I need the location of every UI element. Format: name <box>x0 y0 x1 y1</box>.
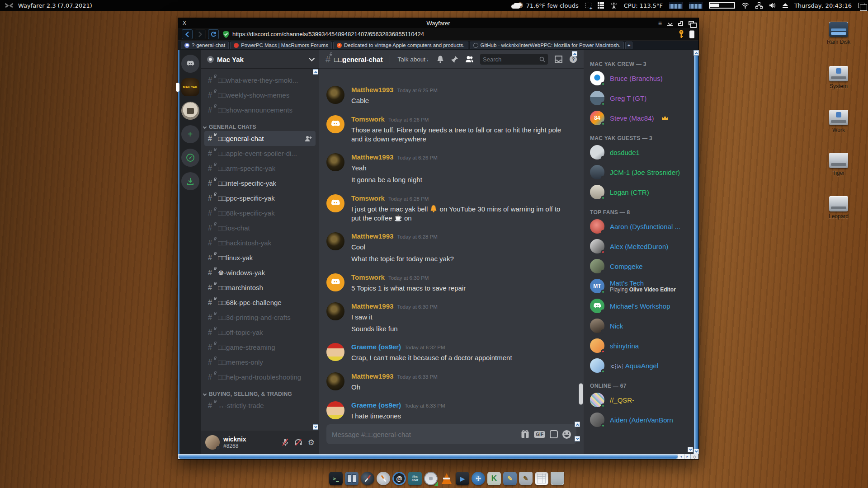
forward-button[interactable] <box>195 29 206 39</box>
avatar[interactable] <box>326 343 344 361</box>
file-manager-icon[interactable] <box>345 472 359 485</box>
scroll-down-arrow[interactable] <box>693 449 699 454</box>
gif-picker-button[interactable]: GIF <box>534 431 545 438</box>
category-general-chats[interactable]: GENERAL CHATS <box>203 124 316 130</box>
scroll-down-indicator[interactable] <box>575 436 580 441</box>
channel-item[interactable]: #□□ios-chat <box>204 221 316 235</box>
bookmark-flag-icon[interactable] <box>689 30 695 38</box>
screenshot-icon[interactable] <box>585 3 591 8</box>
avatar[interactable] <box>326 273 344 291</box>
kvirc-icon[interactable]: K <box>487 472 501 485</box>
refresh-button[interactable] <box>208 29 219 39</box>
workspace-switcher-icon[interactable] <box>858 3 864 8</box>
desktop-icon-ram-disk[interactable]: Ram Disk <box>820 22 858 45</box>
restore-icon[interactable] <box>678 21 683 26</box>
back-button[interactable] <box>182 29 193 39</box>
close-button[interactable]: X <box>178 20 191 26</box>
message-author[interactable]: Tomswork <box>351 273 385 281</box>
channel-item[interactable]: #□□weekly-show-memes <box>204 88 316 103</box>
avatar[interactable] <box>326 372 344 390</box>
navigator-browser-icon[interactable] <box>361 472 374 485</box>
terminal-icon[interactable]: >_ <box>329 472 343 485</box>
channel-item[interactable]: #☸-windows-yak <box>204 265 316 280</box>
new-tab-button[interactable]: + <box>625 42 632 49</box>
scroll-down-indicator[interactable] <box>688 447 693 452</box>
menubar-app-title[interactable]: Wayfarer 2.3 (7.07.2021) <box>18 2 92 9</box>
desktop-icon-work[interactable]: Work <box>820 110 858 133</box>
message[interactable]: Matthew1993Today at 6:26 PM Yeah It gonn… <box>326 153 576 185</box>
message[interactable]: TomsworkToday at 6:26 PM Those are tuff.… <box>326 115 576 144</box>
search-box[interactable] <box>480 54 548 65</box>
channel-item-general-chat[interactable]: #□□general-chat <box>204 131 316 146</box>
fan-utility-icon[interactable]: ✣ <box>472 472 485 485</box>
message[interactable]: TomsworkToday at 6:28 PM I just got the … <box>326 194 576 223</box>
member-row[interactable]: Aiden (AdenVanBorn <box>590 410 690 430</box>
avatar[interactable] <box>326 86 344 104</box>
address-field[interactable]: https://discord.com/channels/53993445489… <box>221 29 674 39</box>
notifications-bell-icon[interactable] <box>436 55 444 63</box>
scroll-right-arrow[interactable]: ▸ <box>684 454 690 459</box>
message-author[interactable]: Graeme (os9er) <box>351 343 401 351</box>
channel-item[interactable]: #□□hackintosh-yak <box>204 235 316 250</box>
message[interactable]: Graeme (os9er)Today at 6:33 PM I hate ti… <box>326 401 576 421</box>
message[interactable]: Graeme (os9er)Today at 6:32 PM Crap, I c… <box>326 343 576 362</box>
member-row[interactable]: MT Matt's Tech Playing Olive Video Edito… <box>590 276 690 296</box>
channel-item[interactable]: #□□game-streaming <box>204 340 316 355</box>
pinned-messages-icon[interactable] <box>451 56 458 63</box>
sticker-picker-icon[interactable] <box>550 430 558 438</box>
message[interactable]: Matthew1993Today at 6:25 PM Cable <box>326 86 576 105</box>
member-row[interactable]: CA AquaAngel <box>590 356 690 375</box>
channel-item[interactable]: #□□intel-specific-yak <box>204 176 316 191</box>
horizontal-scrollbar-thumb[interactable] <box>179 455 678 459</box>
channel-topic[interactable]: Talk about anything Apple or technology … <box>397 56 428 63</box>
menu-icon[interactable]: ≡ <box>658 19 662 27</box>
download-apps-button[interactable] <box>181 172 199 190</box>
category-buying-selling-trading[interactable]: BUYING, SELLING, & TRADING <box>203 391 316 397</box>
channel-item[interactable]: #□□help-and-troubleshooting <box>204 370 316 385</box>
channel-item[interactable]: #□□68k-specific-yak <box>204 206 316 221</box>
explore-servers-button[interactable] <box>181 149 199 167</box>
message-author[interactable]: Matthew1993 <box>351 372 393 380</box>
chat-scrollbar-thumb[interactable] <box>579 384 583 404</box>
antenna-icon[interactable] <box>610 2 618 9</box>
member-row[interactable]: //_QSR- <box>590 390 690 410</box>
eject-icon[interactable] <box>783 3 788 8</box>
channel-item-strictly-trade[interactable]: #↔-strictly-trade <box>204 398 316 413</box>
vertical-scrollbar[interactable] <box>694 50 698 454</box>
add-server-button[interactable]: + <box>181 125 199 143</box>
scroll-up-arrow[interactable] <box>693 50 699 56</box>
inbox-icon[interactable] <box>554 56 563 63</box>
member-row[interactable]: JCM-1 (Joe Strosnider) <box>590 162 690 182</box>
volume-icon[interactable] <box>769 2 776 9</box>
avatar[interactable] <box>326 401 344 419</box>
message-author[interactable]: Matthew1993 <box>351 153 393 161</box>
invite-people-icon[interactable] <box>305 136 312 142</box>
scroll-up-indicator[interactable] <box>575 422 580 427</box>
battery-indicator[interactable] <box>709 2 735 9</box>
search-input[interactable] <box>483 56 538 63</box>
horizontal-scrollbar[interactable]: ◂ ▸ ◇ <box>178 454 698 459</box>
url-text[interactable]: https://discord.com/channels/53993445489… <box>232 31 424 38</box>
member-row[interactable]: Nick <box>590 316 690 336</box>
channel-item[interactable]: #□□off-topic-yak <box>204 325 316 340</box>
network-icon[interactable] <box>755 2 763 9</box>
member-row[interactable]: Alex (MeltedDuron) <box>590 236 690 256</box>
spreadsheet-icon[interactable] <box>535 472 548 485</box>
window-resize-grip[interactable]: ◇ <box>690 454 698 459</box>
scroll-down-indicator[interactable] <box>313 424 318 430</box>
desktop-icon-system[interactable]: System <box>820 66 858 89</box>
trash-icon[interactable] <box>551 472 564 485</box>
compass-browser-icon[interactable] <box>377 472 390 485</box>
channel-item[interactable]: #□□arm-specific-yak <box>204 161 316 176</box>
desktop-icon-leopard[interactable]: Leopard <box>820 196 858 220</box>
member-row[interactable]: Michael's Workshop <box>590 296 690 316</box>
password-key-icon[interactable] <box>679 30 684 39</box>
message[interactable]: Matthew1993Today at 6:30 PM I saw it Sou… <box>326 302 576 334</box>
bookmark-github-interwebppc[interactable]: GitHub - wicknix/InterWebPPC: Mozilla fo… <box>470 42 624 49</box>
member-row[interactable]: Bruce (Branchus) <box>590 68 690 88</box>
channel-item[interactable]: #□□ppc-specific-yak <box>204 191 316 206</box>
member-list-icon[interactable] <box>465 56 474 63</box>
message-author[interactable]: Graeme (os9er) <box>351 401 401 409</box>
server-icon-classic-mac[interactable] <box>181 102 199 120</box>
message-author[interactable]: Matthew1993 <box>351 302 393 310</box>
